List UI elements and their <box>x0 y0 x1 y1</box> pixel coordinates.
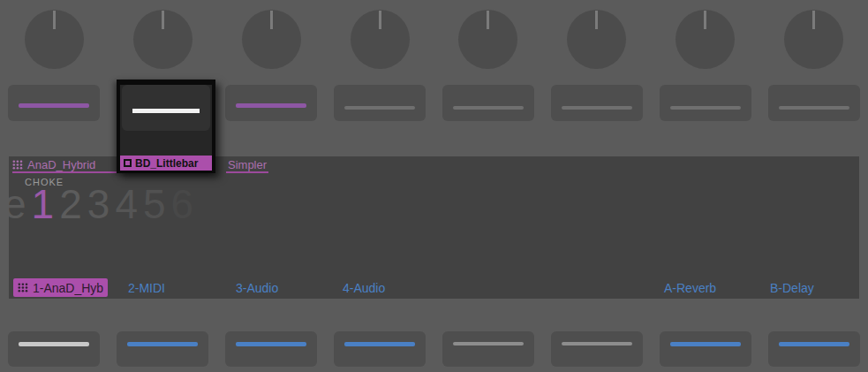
return-tab-b-delay[interactable]: B-Delay <box>770 278 814 297</box>
choke-options-list: e 1 2 3 4 5 6 <box>9 184 193 224</box>
choke-option[interactable]: 3 <box>87 184 110 224</box>
value-line <box>236 342 306 346</box>
stop-square-icon <box>124 159 132 167</box>
encoder-knob-6[interactable] <box>567 10 626 69</box>
value-bar-top-4[interactable] <box>334 85 426 121</box>
value-line <box>132 109 200 113</box>
device-header-simpler[interactable]: Simpler <box>226 158 268 173</box>
popup-value-bar[interactable] <box>122 85 210 131</box>
knob-indicator <box>812 11 815 29</box>
track-tab-4-audio[interactable]: 4-Audio <box>343 278 385 297</box>
drag-handle-dots-icon <box>18 283 28 292</box>
choke-option[interactable]: 6 <box>171 184 194 224</box>
value-bar-bottom-3[interactable] <box>225 331 317 367</box>
value-line <box>453 106 524 110</box>
device-name: AnaD_Hybrid <box>27 158 95 171</box>
track-tab-3-audio[interactable]: 3-Audio <box>236 278 278 297</box>
value-line <box>344 106 415 110</box>
value-line <box>670 106 741 110</box>
track-tab-label: B-Delay <box>770 281 814 295</box>
track-tab-1-active[interactable]: 1-AnaD_Hyb <box>13 278 108 297</box>
value-bar-top-6[interactable] <box>551 85 643 121</box>
value-bar-bottom-8[interactable] <box>768 331 860 367</box>
knob-indicator <box>53 11 56 29</box>
drag-handle-dots-icon <box>12 160 23 170</box>
choke-option-selected[interactable]: 1 <box>32 184 55 224</box>
value-bar-bottom-1[interactable] <box>8 331 100 367</box>
value-bar-top-3[interactable] <box>225 85 317 121</box>
display-panel: AnaD_Hybrid Simpler CHOKE e 1 2 3 4 5 6 … <box>9 156 859 299</box>
encoder-knob-4[interactable] <box>351 10 410 69</box>
track-tab-label: 2-MIDI <box>128 281 165 295</box>
track-tab-2-midi[interactable]: 2-MIDI <box>128 278 165 297</box>
popup-body <box>120 85 212 156</box>
value-line <box>562 342 632 345</box>
value-bar-top-7[interactable] <box>660 85 751 121</box>
value-bar-bottom-7[interactable] <box>660 331 751 367</box>
choke-option[interactable]: 4 <box>115 184 138 224</box>
encoder-knob-5[interactable] <box>458 10 517 69</box>
device-header-anad-hybrid[interactable]: AnaD_Hybrid <box>12 158 120 173</box>
sample-select-popup: BD_Littlebar <box>117 80 215 173</box>
encoder-knob-1[interactable] <box>25 10 84 69</box>
track-tab-label: 3-Audio <box>236 281 278 295</box>
knob-indicator <box>270 11 273 29</box>
value-line <box>453 342 524 345</box>
knob-indicator <box>704 11 706 29</box>
value-bar-bottom-6[interactable] <box>551 331 643 367</box>
knob-indicator <box>487 11 489 29</box>
value-bar-bottom-4[interactable] <box>334 331 426 367</box>
track-tab-label: A-Reverb <box>664 281 716 295</box>
value-bar-top-8[interactable] <box>768 85 860 121</box>
knob-indicator <box>379 11 381 29</box>
popup-spacer <box>120 133 212 156</box>
bottom-value-bar-row <box>0 331 868 367</box>
knob-indicator <box>595 11 598 29</box>
value-bar-top-5[interactable] <box>442 85 534 121</box>
choke-option[interactable]: 5 <box>143 184 166 224</box>
encoder-knob-2[interactable] <box>133 10 192 69</box>
value-line <box>19 342 89 346</box>
popup-sample-label[interactable]: BD_Littlebar <box>120 156 212 171</box>
value-bar-bottom-2[interactable] <box>117 331 208 367</box>
encoder-knob-7[interactable] <box>676 10 735 69</box>
choke-option: e <box>9 184 26 224</box>
value-line <box>779 106 849 110</box>
value-line <box>779 342 849 346</box>
track-tab-label: 1-AnaD_Hyb <box>33 281 103 295</box>
choke-option[interactable]: 2 <box>59 184 82 224</box>
track-tab-label: 4-Audio <box>343 281 385 295</box>
knob-indicator <box>162 11 164 29</box>
value-line <box>562 106 632 110</box>
return-tab-a-reverb[interactable]: A-Reverb <box>664 278 716 297</box>
value-line <box>670 342 741 346</box>
encoder-knob-8[interactable] <box>784 10 843 69</box>
value-bar-top-1[interactable] <box>8 85 100 121</box>
push-display-screen: { "colors": { "magenta_accent": "#ab4fab… <box>0 0 868 372</box>
device-name: Simpler <box>228 158 267 171</box>
value-bar-bottom-5[interactable] <box>442 331 534 367</box>
value-line <box>19 103 89 108</box>
encoder-knob-row <box>0 10 868 69</box>
value-line <box>127 342 198 346</box>
value-line <box>344 342 415 346</box>
popup-sample-name: BD_Littlebar <box>135 157 198 170</box>
value-line <box>236 103 306 108</box>
encoder-knob-3[interactable] <box>242 10 301 69</box>
